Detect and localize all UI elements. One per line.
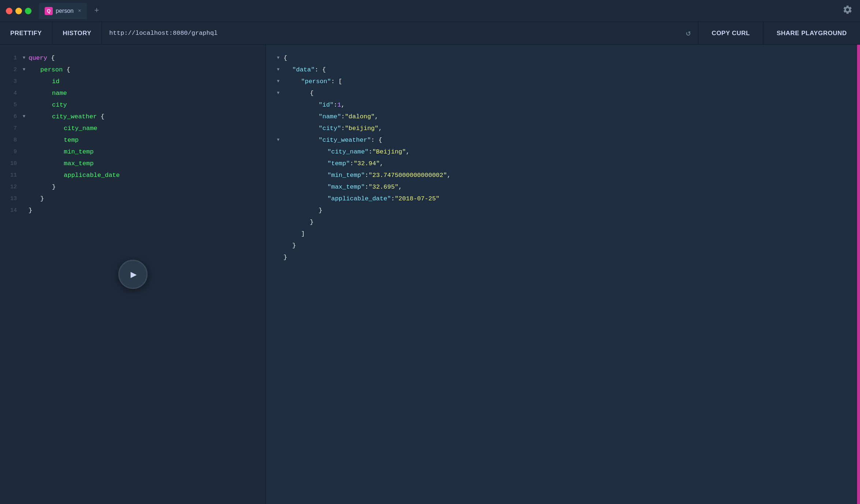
- traffic-lights: [6, 8, 31, 14]
- line-number: 7: [4, 125, 17, 131]
- url-input[interactable]: [109, 30, 682, 37]
- result-line: ▼ "person": [: [266, 75, 860, 87]
- line-6: 6 ▼ city_weather {: [0, 111, 266, 122]
- line-2: 2 ▼ person {: [0, 64, 266, 75]
- close-traffic-light[interactable]: [6, 8, 12, 14]
- result-line: ▼ }: [266, 216, 860, 228]
- result-line: ▼ "max_temp": "32.695",: [266, 181, 860, 193]
- line-number: 5: [4, 102, 17, 108]
- main-content: 1 ▼ query { 2 ▼ person { 3 ▼ id 4 ▼ name…: [0, 45, 860, 504]
- line-number: 6: [4, 114, 17, 120]
- toolbar: PRETTIFY HISTORY ↺ COPY CURL SHARE PLAYG…: [0, 22, 860, 45]
- result-line: ▼ "city": "beijing",: [266, 122, 860, 134]
- result-line: ▼ "applicable_date": "2018-07-25": [266, 193, 860, 204]
- tab-close-button[interactable]: ×: [78, 8, 81, 14]
- play-button-container: ▶: [118, 260, 148, 289]
- line-number: 4: [4, 90, 17, 96]
- prettify-button[interactable]: PRETTIFY: [0, 22, 52, 45]
- line-number: 11: [4, 172, 17, 178]
- history-button[interactable]: HISTORY: [52, 22, 102, 45]
- result-line: ▼ "data": {: [266, 64, 860, 75]
- play-icon: ▶: [131, 268, 137, 281]
- settings-icon[interactable]: [842, 4, 853, 17]
- fold-arrow[interactable]: ▼: [23, 55, 27, 60]
- copy-curl-button[interactable]: COPY CURL: [698, 22, 763, 45]
- fold-arrow[interactable]: ▼: [23, 114, 27, 119]
- result-panel: ▼ { ▼ "data": { ▼ "person": [ ▼ { ▼ "id"…: [266, 45, 860, 504]
- refresh-icon[interactable]: ↺: [686, 28, 691, 38]
- line-1: 1 ▼ query {: [0, 52, 266, 64]
- line-number: 1: [4, 55, 17, 61]
- share-playground-button[interactable]: SHARE PLAYGROUND: [763, 22, 860, 45]
- tab-person[interactable]: Q person ×: [39, 3, 87, 19]
- fold-arrow[interactable]: ▼: [277, 67, 282, 72]
- result-line: ▼ {: [266, 87, 860, 99]
- titlebar: Q person × +: [0, 0, 860, 22]
- result-line: ▼ }: [266, 204, 860, 216]
- line-14: 14 ▼ }: [0, 204, 266, 216]
- line-number: 10: [4, 160, 17, 167]
- app-logo: Q: [45, 7, 53, 15]
- result-line: ▼ "city_name": "Beijing",: [266, 146, 860, 158]
- line-5: 5 ▼ city: [0, 99, 266, 111]
- line-number: 8: [4, 137, 17, 143]
- execute-query-button[interactable]: ▶: [118, 260, 148, 289]
- fold-arrow[interactable]: ▼: [277, 137, 282, 142]
- line-number: 14: [4, 207, 17, 214]
- maximize-traffic-light[interactable]: [25, 8, 31, 14]
- line-number: 9: [4, 149, 17, 155]
- line-4: 4 ▼ name: [0, 87, 266, 99]
- line-number: 12: [4, 184, 17, 190]
- tab-title: person: [56, 8, 74, 14]
- result-line: ▼ "city_weather": {: [266, 134, 860, 146]
- line-12: 12 ▼ }: [0, 181, 266, 193]
- result-line: ▼ {: [266, 52, 860, 64]
- right-accent-bar: [857, 45, 860, 504]
- line-3: 3 ▼ id: [0, 75, 266, 87]
- line-10: 10 ▼ max_temp: [0, 158, 266, 169]
- line-9: 9 ▼ min_temp: [0, 146, 266, 158]
- url-bar: ↺: [102, 22, 698, 45]
- result-line: ▼ "name": "dalong",: [266, 111, 860, 122]
- line-11: 11 ▼ applicable_date: [0, 169, 266, 181]
- result-line: ▼ "temp": "32.94",: [266, 158, 860, 169]
- result-line: ▼ "min_temp": "23.7475000000000002",: [266, 169, 860, 181]
- line-7: 7 ▼ city_name: [0, 122, 266, 134]
- fold-arrow[interactable]: ▼: [277, 55, 282, 60]
- result-line: ▼ }: [266, 240, 860, 251]
- result-line: ▼ }: [266, 251, 860, 263]
- minimize-traffic-light[interactable]: [15, 8, 22, 14]
- result-line: ▼ "id": 1,: [266, 99, 860, 111]
- line-number: 13: [4, 196, 17, 202]
- line-number: 2: [4, 67, 17, 73]
- fold-arrow[interactable]: ▼: [277, 79, 282, 84]
- new-tab-button[interactable]: +: [91, 5, 102, 17]
- result-line: ▼ ]: [266, 228, 860, 240]
- line-13: 13 ▼ }: [0, 193, 266, 204]
- line-number: 3: [4, 78, 17, 85]
- query-editor-panel: 1 ▼ query { 2 ▼ person { 3 ▼ id 4 ▼ name…: [0, 45, 266, 504]
- fold-arrow[interactable]: ▼: [277, 90, 282, 96]
- fold-arrow[interactable]: ▼: [23, 67, 27, 72]
- line-8: 8 ▼ temp: [0, 134, 266, 146]
